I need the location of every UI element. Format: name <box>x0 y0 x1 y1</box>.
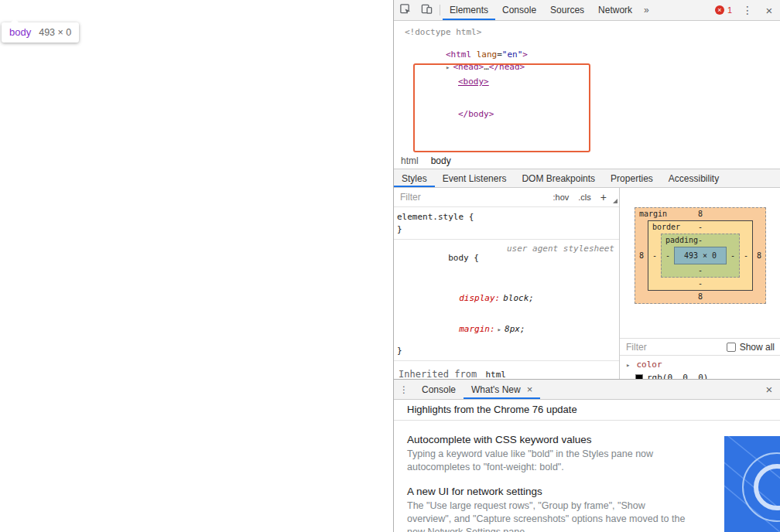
inspect-element-button[interactable] <box>394 0 416 20</box>
whats-new-tab-label: What's New <box>471 384 521 395</box>
body-rule-close: } <box>394 345 619 357</box>
tab-sources[interactable]: Sources <box>543 0 591 20</box>
devtools-panel: Elements Console Sources Network » × 1 ⋮… <box>393 0 780 532</box>
tab-dom-breakpoints[interactable]: DOM Breakpoints <box>514 169 603 187</box>
toolbar-separator <box>440 5 440 15</box>
body-rule-selector-row[interactable]: body { user agent stylesheet <box>394 243 619 283</box>
expand-arrow-icon[interactable]: ▸ <box>498 326 501 333</box>
computed-property-name: color <box>636 360 662 370</box>
element-dimensions-tooltip: body 493 × 0 <box>2 22 79 43</box>
box-model-border[interactable]: border - - padding - <box>648 220 753 291</box>
tab-network[interactable]: Network <box>591 0 639 20</box>
close-tab-icon[interactable]: × <box>527 384 533 395</box>
computed-filter-input[interactable]: Filter <box>626 342 727 353</box>
drawer-toolbar: ⋮ Console What's New × × <box>394 380 780 400</box>
new-style-rule-longpress-icon <box>613 199 618 203</box>
element-style-close: } <box>394 223 619 236</box>
border-right-value[interactable]: - <box>740 251 752 260</box>
border-left-value[interactable]: - <box>648 251 661 260</box>
tab-event-listeners[interactable]: Event Listeners <box>435 169 515 187</box>
padding-left-value[interactable]: - <box>662 251 674 260</box>
dom-doctype[interactable]: <!doctype html> <box>405 27 481 37</box>
breadcrumb-body[interactable]: body <box>431 155 451 166</box>
rule-separator <box>394 239 619 240</box>
whats-new-illustration <box>724 436 780 532</box>
section-body: The "Use large request rows", "Group by … <box>407 500 687 532</box>
styles-filter-input[interactable]: Filter <box>400 192 553 203</box>
new-style-rule-button[interactable]: + <box>600 191 607 203</box>
breadcrumb-html[interactable]: html <box>401 155 419 166</box>
computed-pane: margin 8 8 border - - <box>620 188 780 379</box>
expand-arrow-icon[interactable]: ▸ <box>626 361 630 369</box>
tooltip-dimensions: 493 × 0 <box>39 27 71 38</box>
devtools-menu-button[interactable]: ⋮ <box>737 0 758 20</box>
property-value: 8px; <box>505 324 525 334</box>
margin-label: margin <box>639 210 667 218</box>
show-all-checkbox[interactable] <box>727 343 736 352</box>
computed-property-color[interactable]: ▸color <box>626 360 662 370</box>
property-name: margin: <box>459 324 494 334</box>
property-value: block; <box>503 293 534 303</box>
padding-right-value[interactable]: - <box>727 251 739 260</box>
tab-styles[interactable]: Styles <box>394 169 435 187</box>
drawer-close-button[interactable]: × <box>758 380 780 399</box>
device-toolbar-button[interactable] <box>416 0 437 20</box>
drawer-tab-console[interactable]: Console <box>414 380 464 399</box>
computed-property-value-row: rgb(0, 0, 0) <box>635 373 708 379</box>
dom-body-open[interactable]: <body> <box>417 66 489 97</box>
body-rule-margin-prop[interactable]: margin:▸8px; <box>394 314 619 345</box>
tooltip-tag-name: body <box>9 26 31 38</box>
content-size-value: 493 × 0 <box>684 251 717 260</box>
body-rule-selector: body { <box>448 253 479 263</box>
rule-separator <box>394 360 619 361</box>
margin-left-value[interactable]: 8 <box>635 251 648 260</box>
inherited-from-header: Inherited from html <box>394 364 619 379</box>
show-all-label[interactable]: Show all <box>740 342 775 353</box>
styles-sidebar-tabs: Styles Event Listeners DOM Breakpoints P… <box>394 169 780 188</box>
error-badge[interactable]: × 1 <box>710 0 737 20</box>
toggle-element-state-button[interactable]: :hov <box>553 193 570 202</box>
box-model-padding[interactable]: padding - - 493 × 0 - <box>661 234 740 278</box>
screen: body 493 × 0 <box>0 0 780 532</box>
box-model-margin[interactable]: margin 8 8 border - - <box>635 207 766 304</box>
tab-accessibility[interactable]: Accessibility <box>661 169 727 187</box>
computed-filter-bar: Filter Show all <box>620 338 780 356</box>
error-icon: × <box>715 5 724 15</box>
device-toolbar-icon <box>421 3 433 17</box>
padding-bottom-value[interactable]: - <box>662 264 739 277</box>
body-close-tag: </body> <box>458 109 494 119</box>
border-bottom-value[interactable]: - <box>648 278 752 290</box>
tab-elements[interactable]: Elements <box>443 0 495 20</box>
border-label: border <box>652 223 680 231</box>
drawer-tab-whats-new[interactable]: What's New × <box>464 380 540 399</box>
styles-filter-bar: Filter :hov .cls + <box>394 188 619 207</box>
inherited-from-element-link[interactable]: html <box>485 370 506 379</box>
error-count: 1 <box>727 5 732 15</box>
box-model-diagram: margin 8 8 border - - <box>635 207 766 304</box>
inherited-label: Inherited from <box>399 369 477 379</box>
body-rule-display-prop[interactable]: display:block; <box>394 283 619 314</box>
whats-new-header: Highlights from the Chrome 76 update <box>394 400 780 421</box>
devtools-toolbar: Elements Console Sources Network » × 1 ⋮… <box>394 0 780 21</box>
tab-properties[interactable]: Properties <box>603 169 661 187</box>
element-style-selector[interactable]: element.style { <box>394 211 619 223</box>
more-tabs-button[interactable]: » <box>639 0 654 20</box>
computed-property-value: rgb(0, 0, 0) <box>647 373 708 379</box>
padding-label: padding <box>665 236 698 244</box>
dom-body-close[interactable]: </body> <box>417 99 494 129</box>
drawer: ⋮ Console What's New × × Highlights from… <box>394 379 780 532</box>
inspect-cursor-icon <box>399 3 411 17</box>
element-classes-button[interactable]: .cls <box>578 193 591 202</box>
section-body: Typing a keyword value like "bold" in th… <box>407 448 687 473</box>
margin-right-value[interactable]: 8 <box>753 251 765 260</box>
drawer-menu-button[interactable]: ⋮ <box>394 380 414 399</box>
box-model-content[interactable]: 493 × 0 <box>674 247 727 264</box>
breadcrumb: html body <box>394 153 780 169</box>
margin-bottom-value[interactable]: 8 <box>635 291 765 303</box>
tab-console[interactable]: Console <box>495 0 543 20</box>
property-name: display: <box>459 293 500 303</box>
style-rules: element.style { } body { user agent styl… <box>394 207 619 379</box>
styles-pane: Filter :hov .cls + element.style { } bod… <box>394 188 620 379</box>
drawer-toolbar-spacer <box>540 380 758 399</box>
devtools-close-button[interactable]: × <box>758 0 780 20</box>
